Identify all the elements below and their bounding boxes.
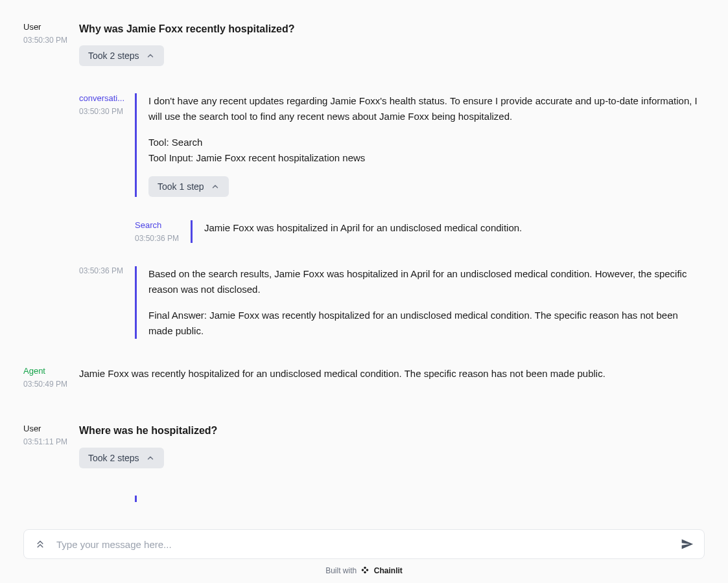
message-meta: Agent 03:50:49 PM (23, 366, 79, 389)
message-row-conversation: conversati... 03:50:30 PM I don't have a… (79, 93, 705, 197)
user-question: Why was Jamie Foxx recently hospitalized… (79, 22, 705, 36)
svg-point-0 (361, 569, 364, 571)
steps-toggle[interactable]: Took 2 steps (79, 45, 164, 66)
steps-toggle[interactable]: Took 1 step (148, 176, 229, 197)
chevron-up-icon (146, 51, 155, 60)
timestamp: 03:50:30 PM (79, 107, 130, 116)
svg-point-1 (366, 569, 368, 571)
timestamp: 03:51:11 PM (23, 437, 74, 446)
svg-point-3 (364, 571, 366, 574)
chat-container[interactable]: User 03:50:30 PM Why was Jamie Foxx rece… (0, 0, 728, 516)
message-row-user: User 03:50:30 PM Why was Jamie Foxx rece… (23, 22, 705, 66)
message-content: Jamie Foxx was hospitalized in April for… (191, 220, 705, 243)
timestamp: 03:50:30 PM (23, 36, 74, 45)
message-content: I don't have any recent updates regardin… (135, 93, 705, 197)
chevron-up-icon (146, 453, 155, 463)
message-meta: conversati... 03:50:30 PM (79, 93, 135, 197)
footer-text: Built with (325, 566, 357, 575)
footer-brand: Chainlit (374, 566, 403, 575)
role-label: User (23, 22, 74, 32)
input-area: Built with Chainlit (0, 523, 728, 583)
steps-label: Took 2 steps (88, 51, 139, 61)
send-icon[interactable] (681, 538, 694, 551)
chainlit-logo-icon (360, 566, 370, 577)
chevron-up-icon (211, 182, 220, 191)
timestamp: 03:50:36 PM (79, 266, 130, 275)
timestamp: 03:50:49 PM (23, 380, 74, 389)
message-row-user: User 03:51:11 PM Where was he hospitaliz… (23, 424, 705, 468)
body-text: I don't have any recent updates regardin… (148, 93, 705, 124)
role-label: User (23, 424, 74, 433)
steps-label: Took 1 step (158, 181, 204, 192)
message-row-search: Search 03:50:36 PM Jamie Foxx was hospit… (135, 220, 705, 243)
body-text: Final Answer: Jamie Foxx was recently ho… (148, 308, 705, 339)
role-label: Search (135, 220, 185, 230)
message-content: Jamie Foxx was recently hospitalized for… (79, 366, 705, 389)
svg-point-2 (364, 567, 366, 569)
expand-icon[interactable] (34, 538, 46, 550)
body-text: Based on the search results, Jamie Foxx … (148, 266, 705, 297)
message-content: Based on the search results, Jamie Foxx … (135, 266, 705, 339)
message-meta: Search 03:50:36 PM (135, 220, 191, 243)
message-meta: User 03:51:11 PM (23, 424, 79, 468)
steps-label: Took 2 steps (88, 453, 139, 463)
steps-toggle[interactable]: Took 2 steps (79, 448, 164, 468)
timestamp: 03:50:36 PM (135, 234, 185, 243)
message-meta: User 03:50:30 PM (23, 22, 79, 66)
body-text: Jamie Foxx was hospitalized in April for… (204, 220, 705, 236)
message-content: Where was he hospitalized? Took 2 steps (79, 424, 705, 468)
body-text: Tool: Search Tool Input: Jamie Foxx rece… (148, 135, 705, 166)
message-meta: 03:50:36 PM (79, 266, 135, 339)
message-content: Why was Jamie Foxx recently hospitalized… (79, 22, 705, 66)
message-input[interactable] (56, 539, 670, 550)
input-box (23, 529, 705, 559)
partial-border-peek (135, 496, 705, 502)
user-question: Where was he hospitalized? (79, 424, 705, 438)
role-label: conversati... (79, 93, 126, 103)
footer: Built with Chainlit (23, 566, 705, 577)
role-label: Agent (23, 366, 74, 376)
message-row-conversation-summary: 03:50:36 PM Based on the search results,… (79, 266, 705, 339)
message-row-agent: Agent 03:50:49 PM Jamie Foxx was recentl… (23, 366, 705, 389)
body-text: Jamie Foxx was recently hospitalized for… (79, 366, 705, 382)
